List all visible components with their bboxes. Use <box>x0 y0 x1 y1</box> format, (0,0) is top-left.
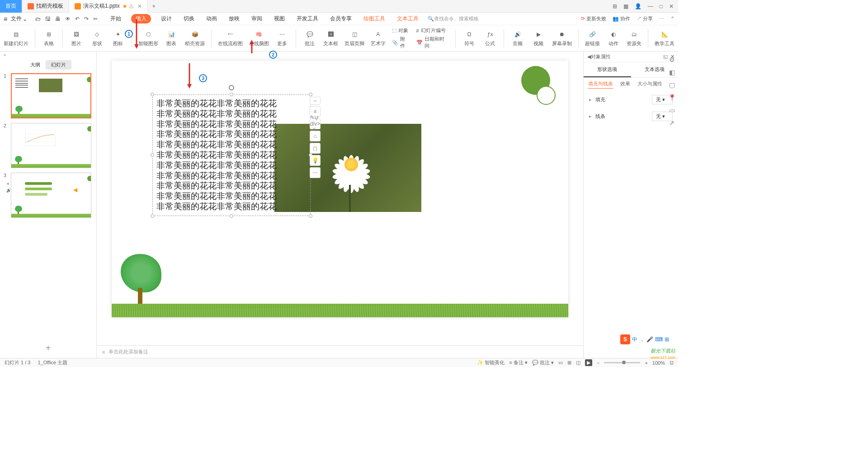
collapse-tool-icon[interactable]: – <box>310 97 321 105</box>
fill-line-subtab[interactable]: 填充与线条 <box>588 80 613 89</box>
add-slide-button[interactable]: + <box>0 338 96 358</box>
shape-button[interactable]: ◇形状 <box>90 29 104 47</box>
close-icon[interactable]: ✕ <box>137 3 142 9</box>
object-button[interactable]: ⬚ 对象 <box>392 27 410 34</box>
tab-view[interactable]: 视图 <box>272 14 287 24</box>
view-normal-icon[interactable]: ▭ <box>558 360 563 366</box>
attach-button[interactable]: 📎 附件 <box>392 36 410 49</box>
textbox-button[interactable]: 🅰文本框 <box>323 29 338 47</box>
minimize-button[interactable]: — <box>648 3 653 9</box>
comment-button[interactable]: 💬批注 <box>302 29 317 47</box>
resize-handle[interactable] <box>309 93 312 96</box>
new-tab-button[interactable]: + <box>148 3 160 9</box>
maximize-button[interactable]: □ <box>660 3 663 9</box>
hyperlink-button[interactable]: 🔗超链接 <box>585 29 600 47</box>
action-button[interactable]: ◐动作 <box>606 29 621 47</box>
tab-transition[interactable]: 切换 <box>182 14 196 24</box>
zoom-in-icon[interactable]: + <box>645 360 647 366</box>
collapse-panel-icon[interactable]: « <box>0 52 96 58</box>
beautify-button[interactable]: ✨ 智能美化 <box>477 359 505 366</box>
slides-tab[interactable]: 幻灯片 <box>46 60 71 70</box>
thumbnail-3[interactable]: ◀ <box>11 173 91 218</box>
comments-button[interactable]: 💬 批注 ▾ <box>532 359 554 366</box>
tab-devtools[interactable]: 开发工具 <box>295 14 320 24</box>
tab-animation[interactable]: 动画 <box>204 14 219 24</box>
search-box[interactable]: 🔍 查找命令、搜索模板 <box>428 15 479 22</box>
tab-insert[interactable]: 插入 <box>131 14 151 24</box>
print-icon[interactable]: 🖶 <box>55 16 61 22</box>
tab-design[interactable]: 设计 <box>159 14 174 24</box>
flowchart-button[interactable]: ⬳在线流程图 <box>218 29 243 47</box>
hamburger-icon[interactable]: ≡ <box>4 15 7 23</box>
style-side-icon[interactable]: ◧ <box>669 69 675 76</box>
new-slide-button[interactable]: ▤新建幻灯片 <box>4 29 28 47</box>
pen-tool-icon[interactable]: ✎ự div>🖊 <box>310 118 321 129</box>
dk-resource-button[interactable]: 📦稻壳资源 <box>185 29 205 47</box>
view-reading-icon[interactable]: ◫ <box>576 360 580 366</box>
tab-drawtools[interactable]: 绘图工具 <box>362 14 387 24</box>
shape-side-icon[interactable]: ▢ <box>669 81 675 89</box>
datetime-button[interactable]: 📅 日期和时间 <box>416 36 449 49</box>
panel-collapse-icon[interactable]: ◀ <box>587 54 591 60</box>
layout-icon[interactable]: ⊞ <box>613 3 617 9</box>
resize-handle[interactable] <box>151 214 154 218</box>
frame-tool-icon[interactable]: ◻ <box>310 143 321 154</box>
rotate-handle-icon[interactable] <box>229 85 234 90</box>
collapse-ribbon-icon[interactable]: ⌃ <box>670 16 675 22</box>
coop-button[interactable]: 👥 协作 <box>613 15 630 22</box>
slide-side-icon[interactable]: ▭ <box>669 107 675 114</box>
tab-review[interactable]: 审阅 <box>250 14 264 24</box>
shape-options-tab[interactable]: 形状选项 <box>584 62 631 77</box>
audio-button[interactable]: 🔊音频 <box>510 29 525 47</box>
equation-button[interactable]: ƒx公式 <box>483 29 497 47</box>
settings-side-icon[interactable]: ⚙ <box>669 56 675 63</box>
file-menu[interactable]: 文件 ⌄ <box>11 15 27 23</box>
tab-start[interactable]: 开始 <box>108 14 123 24</box>
grid-icon[interactable]: ▦ <box>623 3 628 9</box>
tab-document[interactable]: 演示文稿1.pptx⚠✕ <box>69 0 148 13</box>
preview-icon[interactable]: 👁 <box>65 16 71 22</box>
location-side-icon[interactable]: 📍 <box>668 94 676 101</box>
close-window-button[interactable]: ✕ <box>669 3 674 9</box>
icon-button[interactable]: ✦图标 <box>111 29 125 47</box>
more-button[interactable]: ⋯更多 <box>275 29 289 47</box>
save-icon[interactable]: 🖫 <box>45 16 51 22</box>
ime-mic-icon[interactable]: 🎤 <box>646 336 653 343</box>
expand-line-icon[interactable]: ▸ <box>589 113 592 119</box>
zoom-out-icon[interactable]: − <box>597 360 599 366</box>
effects-subtab[interactable]: 效果 <box>620 80 630 89</box>
chart-button[interactable]: 📊图表 <box>164 29 179 47</box>
share-button[interactable]: ↗ 分享 <box>637 15 653 22</box>
export-side-icon[interactable]: ↗ <box>669 119 675 127</box>
slidenum-button[interactable]: # 幻灯片编号 <box>416 27 449 34</box>
open-icon[interactable]: 🗁 <box>35 16 41 22</box>
image-button[interactable]: 🖼图片 <box>69 29 84 47</box>
tab-home[interactable]: 首页 <box>0 0 22 13</box>
thumbnail-2[interactable] <box>11 123 91 168</box>
tab-template[interactable]: 找稻壳模板 <box>22 0 69 13</box>
wordart-button[interactable]: A艺术字 <box>371 29 386 47</box>
table-button[interactable]: ⊞表格 <box>42 29 56 47</box>
tab-texttools[interactable]: 文本工具 <box>395 14 420 24</box>
expand-fill-icon[interactable]: ▸ <box>589 97 592 103</box>
resize-handle[interactable] <box>309 214 312 218</box>
update-fail[interactable]: ⟳ 更新失败 <box>581 15 606 22</box>
outline-tab[interactable]: 大纲 <box>25 60 46 70</box>
more-icon[interactable]: ⋯ <box>659 16 664 22</box>
selected-textbox[interactable]: 非常美丽的花花非常美丽的花花非常美丽的花花非常美丽的花花非常美丽的花花非常美丽的… <box>152 94 311 216</box>
thumbnail-1[interactable]: ▬▬▬▬▬▬▬▬▬▬▬▬▬▬▬▬▬▬▬▬▬▬▬▬▬▬▬▬▬▬▬▬▬▬▬ <box>11 73 91 118</box>
view-slideshow-icon[interactable]: ▶ <box>585 359 592 366</box>
text-content[interactable]: 非常美丽的花花非常美丽的花花非常美丽的花花非常美丽的花花非常美丽的花花非常美丽的… <box>156 99 307 212</box>
mindmap-button[interactable]: 🧠在线脑图 <box>249 29 269 47</box>
resize-handle[interactable] <box>151 93 154 96</box>
zoom-slider[interactable] <box>604 362 640 363</box>
cut-icon[interactable]: ✂ <box>93 16 98 22</box>
screenrec-button[interactable]: ⏺屏幕录制 <box>552 29 572 47</box>
ime-keyboard-icon[interactable]: ⌨ <box>655 336 663 343</box>
symbol-button[interactable]: Ω符号 <box>462 29 476 47</box>
teaching-button[interactable]: 📐教学工具 <box>655 29 675 47</box>
resource-button[interactable]: 🗂资源夹 <box>627 29 642 47</box>
undo-icon[interactable]: ↶ <box>75 16 80 22</box>
zoom-value[interactable]: 100% <box>652 360 665 366</box>
tab-member[interactable]: 会员专享 <box>328 14 354 24</box>
